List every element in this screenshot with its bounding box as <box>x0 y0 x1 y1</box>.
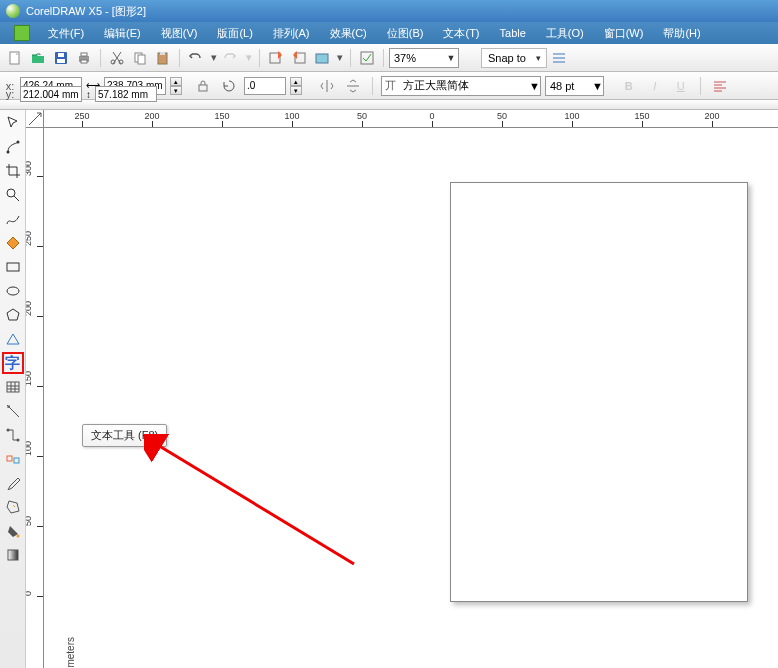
svg-rect-6 <box>81 60 87 63</box>
menu-help[interactable]: 帮助(H) <box>663 26 700 41</box>
font-prefix-icon: 丌 <box>382 78 399 93</box>
menu-table[interactable]: Table <box>500 27 526 39</box>
svg-rect-23 <box>7 382 19 392</box>
publish-icon[interactable] <box>311 47 333 69</box>
smart-fill-icon[interactable] <box>2 232 24 254</box>
svg-rect-3 <box>58 53 64 57</box>
crop-tool-icon[interactable] <box>2 160 24 182</box>
font-input[interactable] <box>399 77 529 95</box>
publish-dropdown-icon[interactable]: ▾ <box>334 47 345 69</box>
cut-icon[interactable] <box>106 47 128 69</box>
freehand-tool-icon[interactable] <box>2 208 24 230</box>
zoom-tool-icon[interactable] <box>2 184 24 206</box>
separator <box>350 49 351 67</box>
lock-icon[interactable] <box>192 75 214 97</box>
menu-bar[interactable]: 文件(F) 编辑(E) 视图(V) 版面(L) 排列(A) 效果(C) 位图(B… <box>0 22 778 44</box>
launcher-icon[interactable] <box>356 47 378 69</box>
menu-tools[interactable]: 工具(O) <box>546 26 584 41</box>
open-icon[interactable] <box>27 47 49 69</box>
zoom-input[interactable] <box>390 49 444 67</box>
dimension-tool-icon[interactable] <box>2 400 24 422</box>
interactive-fill-icon[interactable] <box>2 544 24 566</box>
reset-rotation-icon[interactable] <box>218 75 240 97</box>
font-combo[interactable]: 丌 ▼ <box>381 76 541 96</box>
save-icon[interactable] <box>50 47 72 69</box>
window-title: CorelDRAW X5 - [图形2] <box>26 4 146 19</box>
eyedropper-tool-icon[interactable] <box>2 472 24 494</box>
chevron-down-icon[interactable]: ▼ <box>592 80 603 92</box>
mirror-v-icon[interactable] <box>342 75 364 97</box>
options-icon[interactable] <box>548 47 570 69</box>
ruler-origin-icon[interactable] <box>26 110 44 128</box>
new-icon[interactable] <box>4 47 26 69</box>
basic-shape-icon[interactable] <box>2 328 24 350</box>
svg-line-30 <box>156 444 354 564</box>
fill-tool-icon[interactable] <box>2 520 24 542</box>
table-tool-icon[interactable] <box>2 376 24 398</box>
svg-point-19 <box>16 141 19 144</box>
connector-tool-icon[interactable] <box>2 424 24 446</box>
svg-point-25 <box>16 439 19 442</box>
svg-rect-27 <box>14 458 19 463</box>
fontsize-combo[interactable]: ▼ <box>545 76 604 96</box>
menu-effects[interactable]: 效果(C) <box>330 26 367 41</box>
import-icon[interactable] <box>265 47 287 69</box>
drawing-area[interactable]: 25020015010050050100150200 3002502001501… <box>26 110 778 668</box>
chevron-down-icon[interactable]: ▼ <box>529 80 540 92</box>
undo-dropdown-icon[interactable]: ▾ <box>208 47 219 69</box>
align-icon[interactable] <box>709 75 731 97</box>
menu-window[interactable]: 窗口(W) <box>604 26 644 41</box>
rotation-spinner[interactable]: ▴▾ <box>290 77 302 95</box>
redo-icon[interactable] <box>220 47 242 69</box>
menu-layout[interactable]: 版面(L) <box>217 26 252 41</box>
width-spinner[interactable]: ▴▾ <box>170 77 182 95</box>
rotation-input[interactable] <box>244 77 286 95</box>
underline-icon[interactable]: U <box>670 75 692 97</box>
separator <box>372 77 373 95</box>
rectangle-tool-icon[interactable] <box>2 256 24 278</box>
page[interactable] <box>450 182 748 602</box>
text-tool-icon[interactable]: 字 <box>2 352 24 374</box>
menu-arrange[interactable]: 排列(A) <box>273 26 310 41</box>
export-icon[interactable] <box>288 47 310 69</box>
blend-tool-icon[interactable] <box>2 448 24 470</box>
y-input[interactable] <box>20 86 82 102</box>
redo-dropdown-icon[interactable]: ▾ <box>243 47 254 69</box>
svg-point-24 <box>6 429 9 432</box>
svg-rect-29 <box>8 550 18 560</box>
chevron-down-icon[interactable]: ▾ <box>532 53 546 63</box>
italic-icon[interactable]: I <box>644 75 666 97</box>
print-icon[interactable] <box>73 47 95 69</box>
undo-icon[interactable] <box>185 47 207 69</box>
snap-combo[interactable]: Snap to ▾ <box>481 48 547 68</box>
app-menu-icon[interactable] <box>14 25 30 41</box>
vertical-ruler[interactable]: 300250200150100500 <box>26 128 44 668</box>
bold-icon[interactable]: B <box>618 75 640 97</box>
menu-edit[interactable]: 编辑(E) <box>104 26 141 41</box>
horizontal-ruler[interactable]: 25020015010050050100150200 <box>44 110 778 128</box>
chevron-down-icon[interactable]: ▼ <box>444 53 458 63</box>
mirror-h-icon[interactable] <box>316 75 338 97</box>
shape-tool-icon[interactable] <box>2 136 24 158</box>
annotation-arrow-icon <box>144 434 364 574</box>
svg-rect-16 <box>361 52 373 64</box>
svg-rect-26 <box>7 456 12 461</box>
height-input[interactable] <box>95 86 157 102</box>
menu-file[interactable]: 文件(F) <box>48 26 84 41</box>
menu-bitmap[interactable]: 位图(B) <box>387 26 424 41</box>
canvas[interactable]: 文本工具 (F8) <box>44 128 778 668</box>
ellipse-tool-icon[interactable] <box>2 280 24 302</box>
zoom-combo[interactable]: ▼ <box>389 48 459 68</box>
pick-tool-icon[interactable] <box>2 112 24 134</box>
copy-icon[interactable] <box>129 47 151 69</box>
menu-view[interactable]: 视图(V) <box>161 26 198 41</box>
fontsize-input[interactable] <box>546 77 592 95</box>
polygon-tool-icon[interactable] <box>2 304 24 326</box>
outline-tool-icon[interactable] <box>2 496 24 518</box>
paste-icon[interactable] <box>152 47 174 69</box>
height-icon: ↕ <box>86 89 91 100</box>
svg-point-28 <box>16 535 19 538</box>
separator <box>259 49 260 67</box>
menu-text[interactable]: 文本(T) <box>443 26 479 41</box>
svg-point-22 <box>7 287 19 295</box>
